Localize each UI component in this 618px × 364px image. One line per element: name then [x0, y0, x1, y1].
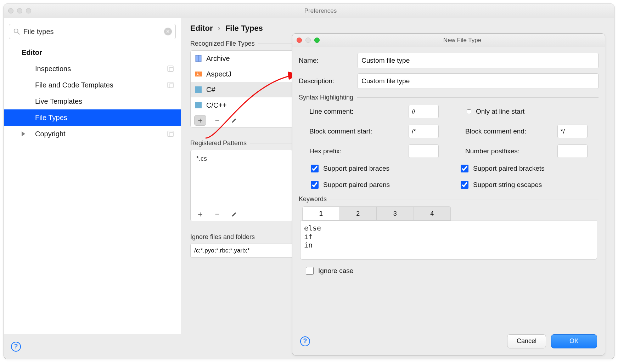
recognized-file-types-list[interactable]: Archive AJAspectJ C# C/C++ ＋ −	[190, 50, 293, 127]
minimize-dot[interactable]	[305, 38, 311, 43]
number-postfix-input[interactable]	[557, 144, 588, 158]
ok-button[interactable]: OK	[551, 334, 597, 348]
hex-prefix-input[interactable]	[409, 144, 439, 158]
minimize-dot[interactable]	[17, 8, 22, 13]
remove-button[interactable]: −	[211, 209, 223, 220]
ignore-files-input[interactable]	[190, 244, 293, 258]
paired-brackets-checkbox[interactable]: Support paired brackets	[459, 164, 595, 174]
chevron-right-icon	[22, 131, 25, 136]
pencil-icon	[231, 211, 237, 217]
syntax-grid: Line comment: Only at line start Block c…	[299, 105, 599, 161]
search-icon	[13, 28, 21, 35]
tab-2[interactable]: 2	[340, 207, 377, 220]
description-input[interactable]	[358, 73, 599, 89]
block-start-input[interactable]	[409, 125, 439, 138]
list-item[interactable]: C/C++	[191, 97, 293, 113]
hex-prefix-label: Hex prefix:	[309, 147, 401, 155]
dialog-bottom-bar: ? Cancel OK	[292, 327, 605, 355]
search-field-wrap[interactable]: ✕	[9, 24, 176, 39]
edit-button[interactable]	[228, 115, 240, 126]
block-end-input[interactable]	[557, 125, 588, 138]
svg-rect-13	[195, 102, 202, 108]
dialog-body: Name: Description: Syntax Highlighting L…	[292, 47, 605, 276]
name-label: Name:	[299, 57, 352, 64]
zoom-dot[interactable]	[314, 38, 320, 43]
breadcrumb-editor[interactable]: Editor	[190, 24, 213, 33]
pencil-icon	[231, 117, 237, 124]
sidebar: ✕ Editor Inspections File and Code Templ…	[4, 18, 181, 359]
svg-rect-7	[169, 133, 173, 137]
svg-rect-4	[168, 82, 173, 88]
cpp-icon	[194, 101, 203, 109]
add-button[interactable]: ＋	[194, 209, 206, 220]
list-item[interactable]: C#	[191, 82, 293, 97]
tree-editor-group[interactable]: Editor	[4, 44, 181, 61]
breadcrumb: Editor › File Types	[190, 24, 605, 33]
paired-parens-checkbox[interactable]: Support paired parens	[309, 180, 445, 190]
line-comment-input[interactable]	[409, 105, 439, 118]
svg-text:AJ: AJ	[196, 72, 201, 76]
svg-point-0	[14, 29, 18, 33]
clear-icon[interactable]: ✕	[164, 28, 172, 35]
svg-rect-12	[195, 86, 202, 93]
syntax-highlighting-group: Syntax Highlighting	[299, 94, 599, 101]
svg-rect-3	[169, 68, 173, 72]
list-item[interactable]: AJAspectJ	[191, 66, 293, 82]
paired-braces-checkbox[interactable]: Support paired braces	[309, 164, 445, 174]
close-dot[interactable]	[8, 8, 13, 13]
csharp-icon	[194, 85, 203, 94]
settings-tree: Editor Inspections File and Code Templat…	[4, 44, 181, 142]
help-button[interactable]: ?	[300, 336, 310, 346]
tree-item-inspections[interactable]: Inspections	[4, 61, 181, 77]
svg-line-1	[18, 33, 20, 35]
tab-4[interactable]: 4	[414, 207, 451, 220]
close-dot[interactable]	[297, 38, 302, 43]
scope-icon	[167, 66, 174, 72]
tab-3[interactable]: 3	[377, 207, 414, 220]
scope-icon	[167, 131, 174, 137]
edit-button[interactable]	[228, 209, 240, 220]
svg-rect-6	[168, 131, 173, 137]
search-input[interactable]	[23, 27, 164, 36]
number-postfix-label: Number postfixes:	[465, 147, 550, 155]
svg-rect-2	[168, 66, 173, 72]
titlebar: Preferences	[4, 4, 614, 18]
archive-icon	[194, 54, 203, 63]
svg-rect-5	[169, 84, 173, 88]
string-escapes-checkbox[interactable]: Support string escapes	[459, 180, 595, 190]
block-start-label: Block comment start:	[309, 127, 401, 135]
tree-item-file-types[interactable]: File Types	[4, 109, 181, 126]
help-button[interactable]: ?	[11, 342, 21, 352]
new-file-type-dialog: New File Type Name: Description: Syntax …	[292, 33, 605, 356]
registered-patterns-list[interactable]: *.cs ＋ −	[190, 150, 293, 221]
name-input[interactable]	[358, 53, 599, 68]
keywords-tabs[interactable]: 1 2 3 4	[302, 206, 451, 221]
add-button[interactable]: ＋	[194, 115, 206, 126]
tree-item-file-and-code-templates[interactable]: File and Code Templates	[4, 77, 181, 93]
zoom-dot[interactable]	[26, 8, 31, 13]
ignore-case-checkbox[interactable]: Ignore case	[304, 266, 599, 276]
tab-1[interactable]: 1	[303, 207, 340, 220]
only-at-line-start-label: Only at line start	[476, 108, 524, 115]
keywords-textarea[interactable]: else if in	[300, 221, 597, 260]
dialog-titlebar: New File Type	[292, 34, 605, 47]
tree-item-live-templates[interactable]: Live Templates	[4, 93, 181, 109]
line-comment-label: Line comment:	[309, 108, 401, 115]
dialog-title: New File Type	[320, 37, 605, 44]
only-at-line-start-checkbox[interactable]	[467, 109, 471, 114]
cancel-button[interactable]: Cancel	[507, 334, 546, 348]
traffic-lights	[8, 8, 31, 13]
remove-button[interactable]: −	[211, 115, 223, 126]
description-label: Description:	[299, 77, 352, 85]
patterns-toolbar: ＋ −	[191, 207, 293, 221]
list-item[interactable]: Archive	[191, 51, 293, 66]
list-item[interactable]: *.cs	[196, 155, 287, 163]
aspectj-icon: AJ	[194, 70, 203, 78]
window-title: Preferences	[31, 7, 610, 15]
recognized-toolbar: ＋ −	[191, 113, 293, 127]
scope-icon	[167, 82, 174, 88]
block-end-label: Block comment end:	[465, 127, 550, 135]
tree-item-copyright[interactable]: Copyright	[4, 126, 181, 142]
keywords-group: Keywords	[299, 195, 599, 203]
breadcrumb-file-types: File Types	[225, 24, 263, 33]
